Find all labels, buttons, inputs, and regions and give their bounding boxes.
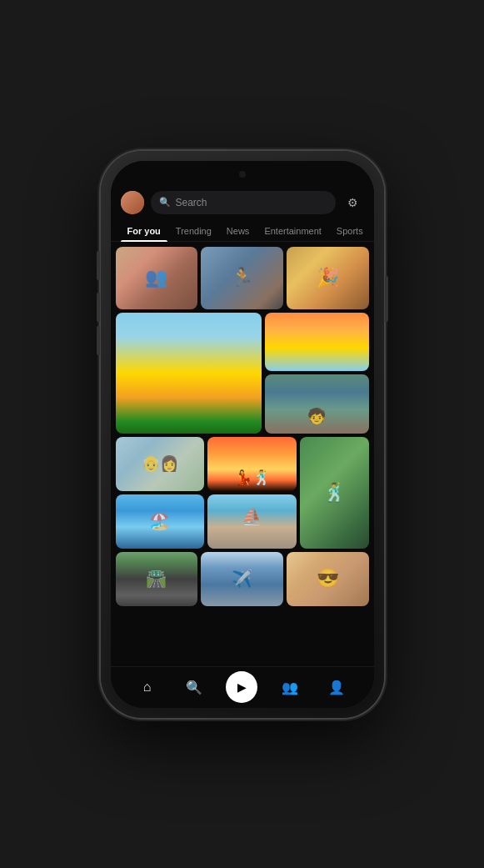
nav-search-button[interactable]: 🔍 [179,672,209,702]
tab-bar: For you Trending News Entertainment Spor… [111,221,374,242]
community-icon: 👥 [282,680,298,695]
bottom-navigation: ⌂ 🔍 ▶ 👥 👤 [111,666,374,708]
avatar-image [121,191,144,214]
tab-entertainment[interactable]: Entertainment [257,221,327,241]
gear-icon: ⚙ [347,196,358,209]
search-icon: 🔍 [159,197,171,208]
nav-home-button[interactable]: ⌂ [132,672,162,702]
thumbnail-woman-sunglasses[interactable] [287,552,369,606]
home-icon: ⌂ [143,680,152,695]
play-icon: ▶ [237,680,247,694]
thumbnail-friends-group[interactable] [116,247,198,309]
phone-frame: 🔍 Search ⚙ For you Trending News [101,151,384,718]
grid-row-2-right [265,313,369,434]
status-bar [111,161,374,186]
app-screen: 🔍 Search ⚙ For you Trending News [111,161,374,708]
content-grid [111,242,374,666]
search-placeholder: Search [176,197,207,208]
grid-row-3-middle [207,437,297,549]
tab-sports[interactable]: Sports [330,221,370,241]
thumbnail-bball[interactable] [201,247,283,309]
grid-row-3 [116,437,369,549]
thumbnail-seniors[interactable] [116,437,205,491]
thumbnail-beach-girls[interactable] [116,494,205,549]
nav-community-button[interactable]: 👥 [275,672,305,702]
grid-row-2 [116,313,369,434]
settings-button[interactable]: ⚙ [342,192,364,213]
tab-trending[interactable]: Trending [169,221,218,241]
search-nav-icon: 🔍 [186,680,202,695]
app-header: 🔍 Search ⚙ [111,186,374,221]
phone-screen: 🔍 Search ⚙ For you Trending News [111,161,374,708]
thumbnail-sunflowers[interactable] [116,313,262,434]
grid-row-1 [116,247,369,309]
thumbnail-dancer[interactable] [300,437,368,549]
tab-news[interactable]: News [220,221,257,241]
thumbnail-sunset[interactable] [265,313,369,372]
nav-profile-button[interactable]: 👤 [322,672,352,702]
notch [230,168,255,178]
search-bar[interactable]: 🔍 Search [151,191,336,214]
thumbnail-road[interactable] [116,552,198,606]
tab-for-you[interactable]: For you [121,221,167,241]
nav-play-button[interactable]: ▶ [226,671,257,703]
thumbnail-boat[interactable] [207,494,297,549]
avatar[interactable] [121,191,144,214]
grid-row-3-left [116,437,205,549]
thumbnail-friends-outdoor[interactable] [287,247,369,309]
thumbnail-mountain-kid[interactable] [265,374,369,434]
thumbnail-plane[interactable] [201,552,283,606]
grid-row-4 [116,552,369,606]
thumbnail-silhouettes[interactable] [207,437,297,491]
profile-icon: 👤 [328,680,345,695]
